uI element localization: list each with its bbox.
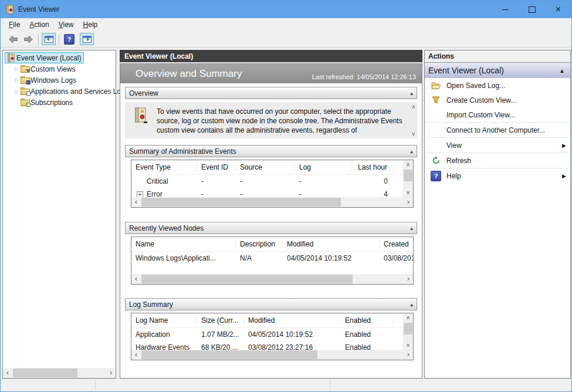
scroll-down-icon[interactable]: ∨ — [411, 131, 415, 137]
table-vertical-scrollbar[interactable]: ∧ ∨ — [403, 313, 413, 350]
menu-help[interactable]: Help — [79, 19, 103, 31]
column-header[interactable]: Event Type — [131, 162, 197, 173]
tree-horizontal-scrollbar[interactable]: ‹ › — [3, 368, 116, 378]
scroll-left-icon[interactable]: ‹ — [131, 350, 141, 360]
results-panel: Event Viewer (Local) Overview and Summar… — [120, 50, 422, 379]
menu-file[interactable]: File — [4, 19, 25, 31]
expand-icon[interactable]: ▷ — [13, 66, 20, 72]
scroll-right-icon[interactable]: › — [404, 350, 413, 360]
log-summary-section-header[interactable]: Log Summary ▴ — [125, 298, 417, 310]
toolbar: ? — [1, 31, 571, 48]
menu-action[interactable]: Action — [25, 19, 53, 31]
overview-section-header[interactable]: Overview ▴ — [125, 87, 417, 99]
table-row[interactable]: Application 1.07 MB/2... 04/05/2014 10:1… — [131, 328, 413, 341]
scroll-down-icon[interactable]: ∨ — [403, 188, 413, 197]
scroll-left-icon[interactable]: ‹ — [131, 197, 141, 207]
submenu-arrow-icon: ▶ — [562, 143, 566, 148]
back-button[interactable] — [5, 33, 21, 46]
minimize-button[interactable] — [492, 1, 519, 18]
tree-item-event-viewer-local[interactable]: Event Viewer (Local) — [3, 52, 116, 63]
window-title: Event Viewer — [18, 5, 59, 13]
scrollbar-thumb[interactable] — [141, 350, 317, 359]
page-title: Overview and Summary — [136, 68, 242, 80]
results-body: Overview and Summary Last refreshed: 14/… — [120, 63, 422, 379]
app-icon — [5, 5, 15, 14]
action-refresh[interactable]: Refresh — [425, 153, 570, 168]
scroll-left-icon[interactable]: ‹ — [3, 368, 12, 378]
recent-nodes-table: Name Description Modified Created Window… — [131, 236, 414, 285]
tree-item-custom-views[interactable]: ▷ Custom Views — [3, 63, 116, 75]
column-header[interactable]: Source — [236, 162, 295, 173]
column-header[interactable]: Created — [380, 239, 414, 249]
action-view[interactable]: View ▶ — [425, 138, 570, 153]
status-bar — [1, 379, 571, 391]
refresh-icon — [430, 156, 442, 165]
scrollbar-thumb[interactable] — [13, 369, 77, 377]
column-header[interactable]: Name — [131, 239, 236, 249]
maximize-button[interactable] — [519, 1, 545, 18]
scroll-right-icon[interactable]: › — [404, 274, 413, 284]
scroll-up-icon[interactable]: ∧ — [411, 104, 415, 110]
scroll-right-icon[interactable]: › — [404, 197, 413, 207]
table-horizontal-scrollbar[interactable]: ‹ › — [131, 197, 413, 207]
table-horizontal-scrollbar[interactable]: ‹ › — [131, 350, 413, 360]
column-header[interactable]: Log Name — [131, 315, 197, 326]
scroll-up-icon[interactable]: ∧ — [403, 313, 413, 322]
column-header[interactable]: Description — [236, 239, 283, 249]
scroll-right-icon[interactable]: › — [106, 368, 116, 378]
scroll-down-icon[interactable]: ∨ — [403, 341, 413, 350]
tree-item-windows-logs[interactable]: ▷ Windows Logs — [3, 75, 116, 86]
overview-content: To view events that have occurred on you… — [125, 102, 417, 138]
collapse-icon[interactable]: ▴ — [410, 302, 413, 307]
scrollbar-thumb[interactable] — [404, 170, 412, 181]
column-header[interactable]: Modified — [283, 239, 380, 249]
minimize-icon — [502, 9, 509, 10]
action-help[interactable]: ? Help ▶ — [425, 168, 570, 183]
expand-icon[interactable]: ▷ — [13, 77, 20, 83]
action-import-custom-view[interactable]: Import Custom View... — [425, 107, 570, 122]
column-header[interactable]: Modified — [244, 315, 341, 326]
admin-summary-section-header[interactable]: Summary of Administrative Events ▴ — [125, 145, 417, 157]
table-row[interactable]: Windows Logs\Applicati... N/A 04/05/2014… — [131, 252, 413, 265]
admin-summary-table: Event Type Event ID Source Log Last hour… — [131, 160, 414, 208]
actions-title: Actions — [425, 50, 570, 63]
tree-item-applications-services[interactable]: ▷ Applications and Services Lo — [3, 86, 116, 97]
column-header[interactable]: Log — [295, 162, 351, 173]
collapse-icon[interactable]: ▲ — [559, 67, 565, 74]
event-viewer-node-icon — [6, 53, 16, 62]
scroll-left-icon[interactable]: ‹ — [131, 274, 141, 284]
action-pane-toggle-button[interactable] — [80, 33, 94, 45]
column-header[interactable]: Last hour — [351, 162, 394, 173]
actions-group-header[interactable]: Event Viewer (Local) ▲ — [425, 63, 570, 78]
action-create-custom-view[interactable]: Create Custom View... — [425, 93, 570, 107]
scroll-up-icon[interactable]: ∧ — [403, 160, 413, 169]
recent-nodes-section-header[interactable]: Recently Viewed Nodes ▴ — [125, 222, 417, 234]
table-header-row: Name Description Modified Created — [131, 237, 413, 252]
help-toolbar-button[interactable]: ? — [62, 33, 77, 46]
column-header[interactable]: Enabled — [341, 315, 394, 326]
scrollbar-thumb[interactable] — [141, 198, 341, 207]
column-header[interactable]: Size (Curr... — [197, 315, 244, 326]
table-horizontal-scrollbar[interactable]: ‹ › — [131, 274, 413, 284]
table-row[interactable]: Critical - - - 0 — [131, 175, 413, 188]
expand-icon[interactable]: ▷ — [13, 89, 20, 94]
menu-view[interactable]: View — [54, 19, 79, 31]
action-open-saved-log[interactable]: Open Saved Log... — [425, 78, 570, 93]
scrollbar-thumb[interactable] — [404, 323, 412, 334]
table-vertical-scrollbar[interactable]: ∧ ∨ — [403, 160, 413, 197]
collapse-icon[interactable]: ▴ — [410, 90, 413, 96]
open-folder-icon — [430, 82, 442, 89]
toolbar-separator — [38, 34, 39, 45]
scrollbar-thumb[interactable] — [141, 275, 353, 283]
close-icon: × — [556, 5, 561, 14]
close-button[interactable]: × — [545, 1, 571, 18]
column-header[interactable]: Event ID — [197, 162, 236, 173]
tree-item-subscriptions[interactable]: Subscriptions — [3, 97, 116, 108]
console-tree-icon — [45, 36, 53, 43]
console-tree-toggle-button[interactable] — [42, 33, 56, 45]
actions-panel: Actions Event Viewer (Local) ▲ Open Save… — [424, 50, 571, 379]
collapse-icon[interactable]: ▴ — [410, 148, 413, 154]
forward-button[interactable] — [21, 33, 36, 46]
collapse-icon[interactable]: ▴ — [410, 225, 413, 231]
action-connect-another-computer[interactable]: Connect to Another Computer... — [425, 123, 570, 137]
